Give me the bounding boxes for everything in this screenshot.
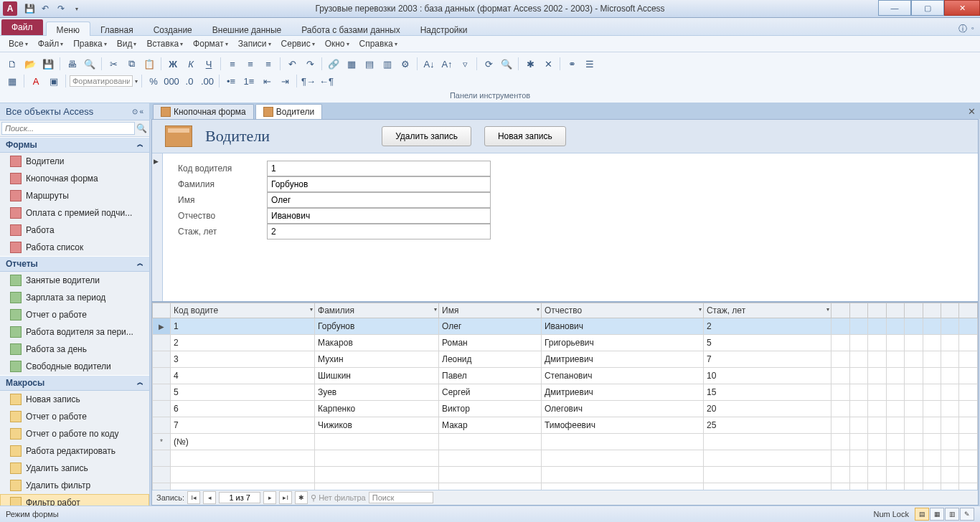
- cell-empty[interactable]: [905, 434, 923, 450]
- cell-empty[interactable]: [868, 417, 886, 434]
- close-button[interactable]: ✕: [944, 0, 980, 16]
- cut-icon[interactable]: ✂: [105, 56, 121, 72]
- cell-empty[interactable]: [868, 434, 886, 450]
- doc-close-icon[interactable]: ✕: [966, 105, 977, 117]
- view-form-icon[interactable]: ▤: [915, 508, 929, 521]
- cell-empty[interactable]: [905, 335, 923, 351]
- cell-empty[interactable]: [849, 335, 867, 351]
- cell-empty[interactable]: [905, 351, 923, 368]
- cell[interactable]: Тимофеевич: [541, 417, 703, 434]
- cell-empty[interactable]: [831, 368, 849, 384]
- cell-empty[interactable]: [541, 434, 703, 450]
- search-icon[interactable]: 🔍: [135, 122, 148, 135]
- cell[interactable]: 2: [703, 318, 831, 335]
- cell-empty[interactable]: [849, 368, 867, 384]
- nav-item[interactable]: Работа список: [0, 239, 149, 256]
- cell-empty[interactable]: [923, 351, 941, 368]
- cell-empty[interactable]: [905, 368, 923, 384]
- cell-empty[interactable]: [923, 335, 941, 351]
- row-selector[interactable]: [153, 351, 171, 368]
- redo-icon[interactable]: ↷: [302, 56, 318, 72]
- indent-dec-icon[interactable]: ⇤: [259, 73, 275, 89]
- cell[interactable]: Иванович: [541, 318, 703, 335]
- save-icon[interactable]: 💾: [40, 56, 56, 72]
- menu-item[interactable]: Все ▾: [4, 37, 32, 50]
- nav-item[interactable]: Отчет о работе по коду: [0, 425, 149, 442]
- menu-item[interactable]: Вид ▾: [113, 37, 141, 50]
- cell-empty[interactable]: [959, 401, 978, 417]
- cell[interactable]: Олег: [439, 318, 542, 335]
- delete-record-button[interactable]: Удалить запись: [382, 126, 471, 146]
- nav-group-header[interactable]: Отчеты︽: [0, 256, 149, 272]
- relationships-icon[interactable]: ⚭: [564, 56, 580, 72]
- cell-empty[interactable]: [849, 318, 867, 335]
- cell[interactable]: Роман: [439, 335, 542, 351]
- cell-empty[interactable]: [941, 401, 959, 417]
- row-selector-new[interactable]: *: [153, 434, 171, 450]
- cell[interactable]: Карпенко: [315, 401, 439, 417]
- cell-empty[interactable]: [886, 318, 904, 335]
- menu-item[interactable]: Справка ▾: [355, 37, 402, 50]
- nav-item[interactable]: Работа за день: [0, 341, 149, 358]
- cell-empty[interactable]: [315, 434, 439, 450]
- row-selector[interactable]: [153, 335, 171, 351]
- cell[interactable]: Макаров: [315, 335, 439, 351]
- nav-item[interactable]: Водители: [0, 153, 149, 170]
- nav-item[interactable]: Отчет о работе: [0, 408, 149, 425]
- cell-empty[interactable]: [831, 384, 849, 401]
- cell-empty[interactable]: [703, 434, 831, 450]
- preview-icon[interactable]: 🔍: [82, 56, 98, 72]
- column-header[interactable]: Отчество▾: [541, 303, 703, 318]
- cell-empty[interactable]: [849, 434, 867, 450]
- field-input[interactable]: [267, 176, 491, 192]
- field-input[interactable]: [267, 161, 491, 176]
- column-header-empty[interactable]: [849, 303, 867, 318]
- recnav-last-icon[interactable]: ▸I: [279, 491, 292, 504]
- ltr-icon[interactable]: ¶→: [301, 73, 316, 89]
- cell[interactable]: Сергей: [439, 384, 542, 401]
- numbering-icon[interactable]: 1≡: [241, 73, 257, 89]
- paste-icon[interactable]: 📋: [141, 56, 157, 72]
- record-selector[interactable]: [152, 153, 163, 301]
- nav-item[interactable]: Зарплата за период: [0, 289, 149, 306]
- cell[interactable]: 3: [171, 351, 315, 368]
- cell[interactable]: Макар: [439, 417, 542, 434]
- column-header-empty[interactable]: [959, 303, 978, 318]
- indent-inc-icon[interactable]: ⇥: [277, 73, 293, 89]
- inc-decimal-icon[interactable]: .0: [182, 73, 197, 89]
- thousands-icon[interactable]: 000: [164, 73, 179, 89]
- cell-empty[interactable]: [959, 351, 978, 368]
- nav-item[interactable]: Работа редактировать: [0, 442, 149, 460]
- delete-record-icon[interactable]: ✕: [540, 56, 556, 72]
- recnav-next-icon[interactable]: ▸: [263, 491, 276, 504]
- filter-icon[interactable]: ▿: [457, 56, 473, 72]
- find-icon[interactable]: 🔍: [499, 56, 514, 72]
- column-header-empty[interactable]: [831, 303, 849, 318]
- cell-empty[interactable]: [941, 318, 959, 335]
- cell-empty[interactable]: [923, 434, 941, 450]
- cell[interactable]: Зуев: [315, 384, 439, 401]
- nav-collapse-icon[interactable]: «: [139, 108, 143, 115]
- cell[interactable]: 6: [171, 401, 315, 417]
- menu-item[interactable]: Окно ▾: [321, 37, 354, 50]
- cell[interactable]: 10: [703, 368, 831, 384]
- cell[interactable]: Горбунов: [315, 318, 439, 335]
- cell-empty[interactable]: [905, 417, 923, 434]
- cell-empty[interactable]: [959, 318, 978, 335]
- cell-empty[interactable]: [923, 401, 941, 417]
- cell-empty[interactable]: [923, 384, 941, 401]
- cell[interactable]: Виктор: [439, 401, 542, 417]
- undo-icon[interactable]: ↶: [39, 2, 52, 15]
- recnav-new-icon[interactable]: ✱: [295, 491, 308, 504]
- print-icon[interactable]: 🖶: [64, 56, 80, 72]
- cell-empty[interactable]: [923, 318, 941, 335]
- menu-item[interactable]: Записи ▾: [234, 37, 275, 50]
- column-header-empty[interactable]: [886, 303, 904, 318]
- redo-icon[interactable]: ↷: [55, 2, 67, 15]
- undo-icon[interactable]: ↶: [284, 56, 300, 72]
- properties-icon[interactable]: ☰: [582, 56, 598, 72]
- open-icon[interactable]: 📂: [22, 56, 38, 72]
- nav-group-header[interactable]: Формы︽: [0, 137, 149, 153]
- cell[interactable]: Чижиков: [315, 417, 439, 434]
- cell-empty[interactable]: [905, 318, 923, 335]
